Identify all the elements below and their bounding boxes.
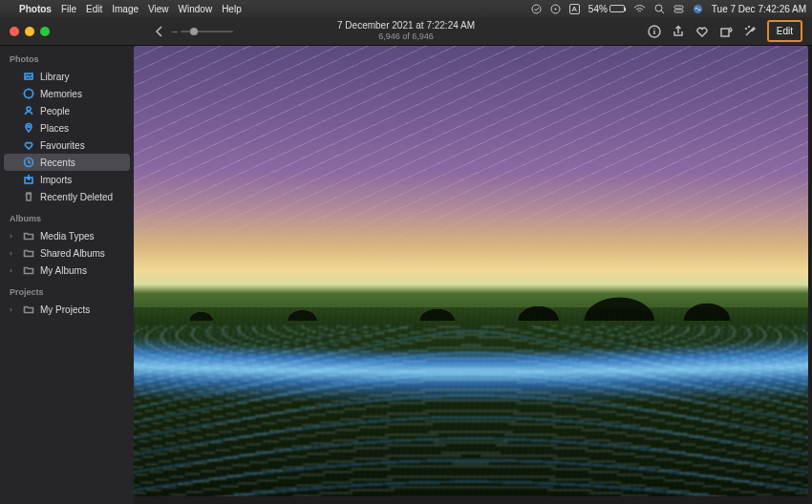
menu-help[interactable]: Help [222,4,242,14]
sidebar-item-label: Recents [40,158,75,168]
sidebar-item-label: Places [40,123,69,134]
menu-file[interactable]: File [61,4,76,14]
clock-icon [23,157,34,168]
svg-rect-11 [721,29,729,36]
people-icon [23,105,34,116]
sidebar-item-library[interactable]: Library [0,68,134,85]
sidebar: PhotosLibraryMemoriesPeoplePlacesFavouri… [0,46,134,504]
menubar-clock[interactable]: Tue 7 Dec 7:42:26 AM [712,4,806,14]
window-titlebar: − 7 December 2021 at 7:22:24 AM 6,946 of… [0,17,812,46]
disclosure-chevron-icon[interactable]: › [10,305,17,314]
sidebar-item-my-projects[interactable]: ›My Projects [0,301,134,318]
sidebar-item-label: Shared Albums [40,248,105,259]
svg-point-15 [27,107,31,111]
menu-edit[interactable]: Edit [86,4,102,14]
svg-rect-6 [674,10,683,12]
input-source-indicator[interactable]: A [569,4,580,14]
rotate-icon[interactable] [719,25,733,38]
folder-icon [23,247,34,259]
minimize-window-button[interactable] [25,27,34,36]
battery-icon [609,5,625,12]
photo-viewer[interactable] [134,46,812,504]
disclosure-chevron-icon[interactable]: › [10,232,17,241]
folder-icon [23,230,34,242]
sidebar-item-label: Memories [40,89,82,99]
menu-image[interactable]: Image [112,4,139,14]
sidebar-item-people[interactable]: People [0,102,134,119]
window-controls [10,27,50,36]
svg-point-10 [653,28,654,29]
favourite-heart-icon[interactable] [695,25,709,38]
sidebar-item-label: Favourites [40,140,85,151]
control-centre-icon[interactable] [673,4,684,14]
svg-point-16 [28,126,30,128]
sidebar-item-media-types[interactable]: ›Media Types [0,227,134,244]
sidebar-item-recents[interactable]: Recents [4,154,130,171]
folder-icon [23,264,34,276]
sync-check-icon[interactable] [531,4,542,14]
svg-line-4 [661,10,664,13]
trash-icon [23,191,34,202]
svg-point-14 [25,90,33,98]
menubar-app-name[interactable]: Photos [19,4,52,14]
places-icon [23,122,34,134]
heart-icon [23,139,34,151]
sidebar-item-imports[interactable]: Imports [0,171,134,188]
close-window-button[interactable] [10,27,19,36]
sidebar-item-label: My Projects [40,304,90,315]
back-button-icon[interactable] [155,26,164,37]
disclosure-chevron-icon[interactable]: › [10,266,17,275]
auto-enhance-icon[interactable] [743,25,757,38]
sidebar-item-label: Imports [40,175,72,185]
disclosure-chevron-icon[interactable]: › [10,249,17,258]
memories-icon [23,88,34,99]
sidebar-heading: Projects [0,279,134,301]
photo-datetime-label: 7 December 2021 at 7:22:24 AM [337,20,475,32]
fullscreen-window-button[interactable] [40,27,50,36]
battery-indicator[interactable]: 54% [588,4,625,14]
menu-window[interactable]: Window [179,4,213,14]
sidebar-item-places[interactable]: Places [0,119,134,136]
sidebar-item-shared-albums[interactable]: ›Shared Albums [0,244,134,262]
sidebar-item-recently-deleted[interactable]: Recently Deleted [0,188,134,205]
info-icon[interactable] [648,25,661,38]
sidebar-item-label: Library [40,72,70,82]
photos-window: − 7 December 2021 at 7:22:24 AM 6,946 of… [0,17,812,504]
share-icon[interactable] [672,25,685,38]
svg-point-0 [532,5,541,13]
battery-percent: 54% [588,4,608,14]
siri-icon[interactable] [693,4,703,14]
titlebar-caption: 7 December 2021 at 7:22:24 AM 6,946 of 6… [337,20,475,42]
target-icon[interactable] [550,4,561,14]
svg-point-3 [655,5,662,11]
svg-point-2 [554,8,556,10]
sidebar-item-favourites[interactable]: Favourites [0,136,134,154]
sidebar-item-memories[interactable]: Memories [0,85,134,102]
sidebar-item-label: My Albums [40,265,87,276]
sidebar-heading: Albums [0,205,134,227]
edit-button[interactable]: Edit [767,20,802,42]
sidebar-item-my-albums[interactable]: ›My Albums [0,262,134,279]
svg-rect-5 [674,6,683,9]
folder-icon [23,304,34,315]
library-icon [23,71,34,82]
photo-content [134,46,808,496]
macos-menubar: Photos File Edit Image View Window Help … [0,0,812,17]
import-icon [23,174,34,185]
wifi-icon[interactable] [633,4,646,13]
sidebar-item-label: People [40,106,70,116]
sidebar-heading: Photos [0,46,134,68]
sidebar-item-label: Recently Deleted [40,192,113,202]
sidebar-item-label: Media Types [40,231,95,242]
zoom-minus-icon: − [172,26,178,37]
zoom-slider[interactable]: − [172,26,233,37]
photo-position-label: 6,946 of 6,946 [337,32,475,42]
menu-view[interactable]: View [148,4,169,14]
spotlight-icon[interactable] [654,4,665,14]
